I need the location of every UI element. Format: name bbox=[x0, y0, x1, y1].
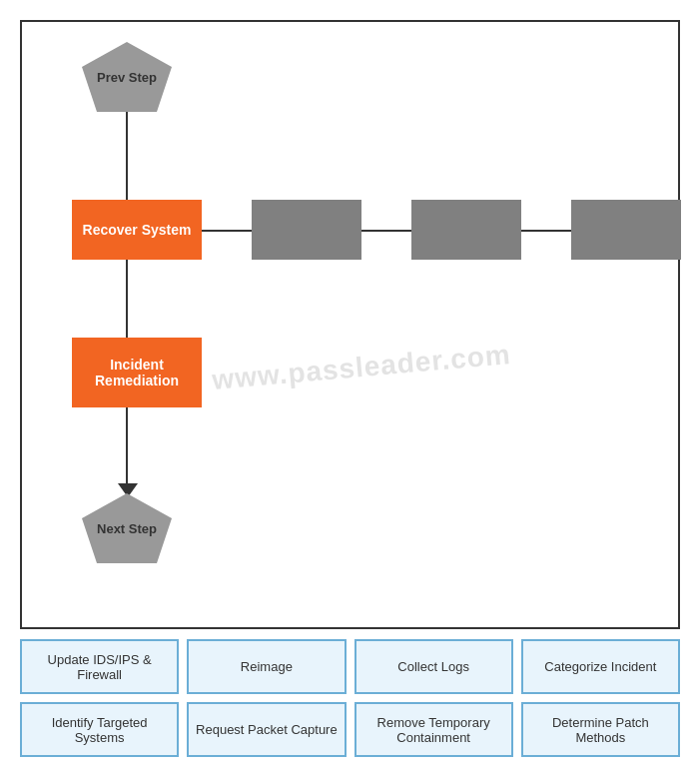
recover-system-box: Recover System bbox=[72, 200, 202, 260]
incident-remediation-box: Incident Remediation bbox=[72, 338, 202, 407]
grid-cell-update-ids: Update IDS/IPS & Firewall bbox=[20, 639, 179, 694]
next-step-label: Next Step bbox=[97, 521, 157, 536]
main-container: Prev Step Recover System Incident Remedi… bbox=[0, 0, 700, 767]
gray-box-3 bbox=[571, 200, 681, 260]
diagram-box: Prev Step Recover System Incident Remedi… bbox=[20, 20, 680, 629]
prev-step-label: Prev Step bbox=[97, 70, 157, 85]
grid-cell-remove-containment-label: Remove Temporary Containment bbox=[361, 715, 506, 745]
line-v2 bbox=[126, 260, 128, 340]
grid-cell-reimage: Reimage bbox=[187, 639, 346, 694]
incident-remediation-label: Incident Remediation bbox=[72, 357, 202, 388]
grid-cell-request-packet-label: Request Packet Capture bbox=[196, 722, 338, 737]
line-v1 bbox=[126, 112, 128, 202]
grid-cell-reimage-label: Reimage bbox=[241, 659, 293, 674]
grid-cell-remove-containment: Remove Temporary Containment bbox=[354, 702, 513, 757]
grid-cell-collect-logs-label: Collect Logs bbox=[397, 659, 469, 674]
grid-cell-identify: Identify Targeted Systems bbox=[20, 702, 179, 757]
recover-system-label: Recover System bbox=[83, 222, 192, 238]
grid-cell-categorize-label: Categorize Incident bbox=[544, 659, 656, 674]
grid-cell-collect-logs: Collect Logs bbox=[354, 639, 513, 694]
prev-step: Prev Step bbox=[82, 42, 172, 112]
watermark: www.passleader.com bbox=[211, 339, 512, 396]
bottom-grid: Update IDS/IPS & Firewall Reimage Collec… bbox=[20, 639, 680, 757]
gray-box-2 bbox=[411, 200, 521, 260]
next-step: Next Step bbox=[82, 493, 172, 563]
grid-cell-identify-label: Identify Targeted Systems bbox=[27, 715, 172, 745]
grid-cell-request-packet: Request Packet Capture bbox=[187, 702, 346, 757]
grid-cell-determine-patch-label: Determine Patch Methods bbox=[528, 715, 673, 745]
grid-cell-determine-patch: Determine Patch Methods bbox=[521, 702, 680, 757]
grid-cell-update-ids-label: Update IDS/IPS & Firewall bbox=[27, 652, 172, 682]
gray-box-1 bbox=[252, 200, 361, 260]
line-v3 bbox=[126, 407, 128, 487]
grid-cell-categorize: Categorize Incident bbox=[521, 639, 680, 694]
